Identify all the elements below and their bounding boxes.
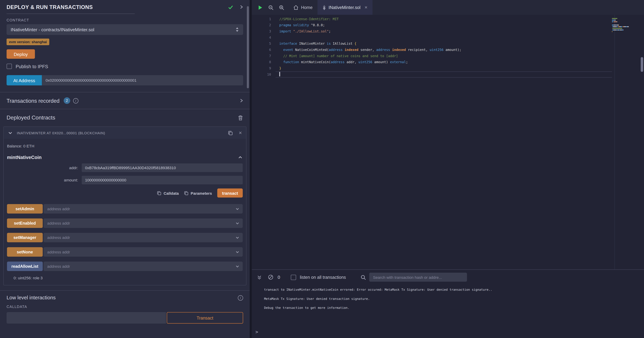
low-level-title: Low level interactions [6,295,56,300]
copy-icon [157,191,162,195]
caret-up-icon[interactable] [238,155,243,160]
listen-all-transactions-checkbox[interactable] [291,274,296,280]
tab-active-file[interactable]: INativeMinter.sol × [318,0,372,15]
chevron-down-icon[interactable] [235,236,243,240]
editor-edge-divider [614,15,615,270]
trash-icon[interactable] [238,115,243,120]
contract-select[interactable]: INativeMinter - contracts/INativeMinter.… [6,24,243,35]
code-line[interactable]: function mintNativeCoin(address addr, ui… [279,59,612,66]
function-setAdmin-button[interactable]: setAdmin [7,204,43,214]
run-script-icon[interactable] [258,5,263,10]
evm-version-badge: evm version: shanghai [6,39,50,45]
function-setNone-button[interactable]: setNone [7,247,43,257]
low-level-transact-button[interactable]: Transact [167,312,243,324]
line-number: 4 [252,34,271,41]
pending-tx-count: 0 [278,275,280,280]
function-readAllowList-button[interactable]: readAllowList [7,262,43,271]
zoom-in-icon[interactable] [279,5,284,10]
remix-app: DEPLOY & RUN TRANSACTIONS CONTRACT INati… [0,0,644,338]
code-line[interactable]: import "./IAllowList.sol"; [279,28,612,34]
transactions-count-badge: 2 [64,97,70,104]
deploy-button[interactable]: Deploy [6,49,35,59]
function-setManager-input[interactable] [44,235,235,240]
panel-divider[interactable] [250,0,252,338]
code-line[interactable]: event NativeCoinMinted(address indexed s… [279,47,612,53]
copy-parameters-button[interactable]: Parameters [184,191,212,195]
function-row: setManager [7,233,242,242]
field-input[interactable] [82,176,242,184]
copy-calldata-button[interactable]: Calldata [157,191,179,195]
open-function-name: mintNativeCoin [7,155,42,160]
deployed-contract-instance: INATIVEMINTER AT 0X020...00001 (BLOCKCHA… [3,126,246,286]
code-line[interactable]: } [279,65,612,72]
main-area: Home INativeMinter.sol × 12345678910 //S… [252,0,644,338]
function-fields: addr:amount: [7,164,242,184]
field-label: amount: [7,178,82,182]
listen-all-transactions-label: listen on all transactions [300,275,346,280]
chevron-right-icon[interactable] [240,98,243,103]
chevron-down-icon[interactable] [235,221,243,225]
function-setEnabled-input[interactable] [44,221,235,226]
panel-collapse-chevron-icon[interactable] [240,4,243,10]
terminal-search-input[interactable] [369,273,467,282]
function-setEnabled-button[interactable]: setEnabled [7,218,43,228]
chevron-down-icon[interactable] [235,264,243,268]
line-numbers: 12345678910 [252,16,271,78]
clear-console-icon[interactable] [268,274,274,280]
code-line[interactable] [279,34,612,41]
chevron-down-icon[interactable] [235,250,243,254]
tab-home-label: Home [301,5,313,10]
terminal-panel: 0 listen on all transactions transact to… [252,269,644,338]
close-instance-icon[interactable]: × [239,130,242,136]
publish-ipfs-checkbox[interactable] [6,64,12,69]
select-arrows-icon [235,27,239,32]
at-address-input[interactable] [42,75,243,85]
zoom-out-icon[interactable] [268,5,274,10]
editor-tabbar: Home INativeMinter.sol × [252,0,644,15]
line-number: 7 [252,53,271,59]
close-tab-icon[interactable]: × [365,5,368,10]
code-line[interactable]: //SPDX-License-Identifier: MIT [279,16,612,22]
calldata-input[interactable] [6,312,166,324]
copy-icon [184,191,188,195]
function-list: setAdminsetEnabledsetManagersetNonereadA… [7,204,242,271]
solidity-file-icon [322,5,326,10]
function-setNone-input[interactable] [44,250,235,254]
instance-title: INATIVEMINTER AT 0X020...00001 (BLOCKCHA… [17,131,105,135]
code-editor[interactable]: 12345678910 //SPDX-License-Identifier: M… [252,15,644,270]
panel-scrollbar[interactable] [247,6,249,88]
collapse-terminal-icon[interactable] [257,274,262,280]
contract-section: CONTRACT INativeMinter - contracts/INati… [0,18,250,92]
panel-header: DEPLOY & RUN TRANSACTIONS [0,0,250,14]
panel-title: DEPLOY & RUN TRANSACTIONS [6,4,93,10]
tab-active-file-label: INativeMinter.sol [328,5,360,10]
function-setAdmin-input[interactable] [44,207,235,211]
minimap[interactable] [612,16,628,32]
function-row: setNone [7,247,242,257]
terminal-prompt[interactable]: > [256,329,258,335]
at-address-button[interactable]: At Address [6,75,42,85]
transactions-recorded-label: Transactions recorded [6,98,60,104]
line-number: 9 [252,65,271,72]
terminal-log-line: MetaMask Tx Signature: User denied trans… [264,297,640,300]
chevron-down-icon[interactable] [235,207,243,211]
code-lines[interactable]: //SPDX-License-Identifier: MITpragma sol… [279,16,612,78]
function-setManager-button[interactable]: setManager [7,233,43,242]
terminal-log-line: transact to INativeMinter.mintNativeCoin… [264,288,640,292]
tab-home[interactable]: Home [288,0,318,15]
editor-cursor [279,72,280,76]
function-field-row: amount: [7,176,242,184]
editor-scrollbar[interactable] [641,57,643,72]
transact-button[interactable]: transact [217,188,242,198]
code-line[interactable]: // Mint [amount] number of native coins … [279,53,612,59]
instance-header[interactable]: INATIVEMINTER AT 0X020...00001 (BLOCKCHA… [4,127,246,139]
transactions-recorded-row[interactable]: Transactions recorded 2 i [0,92,250,109]
copy-address-icon[interactable] [228,130,233,135]
field-input[interactable] [82,164,242,172]
code-line[interactable] [279,72,612,78]
code-line[interactable]: interface INativeMinter is IAllowList { [279,41,612,47]
code-line[interactable]: pragma solidity ^0.8.0; [279,22,612,28]
function-readAllowList-input[interactable] [44,264,235,268]
caret-down-icon[interactable] [8,130,13,135]
deploy-run-panel: DEPLOY & RUN TRANSACTIONS CONTRACT INati… [0,0,250,338]
